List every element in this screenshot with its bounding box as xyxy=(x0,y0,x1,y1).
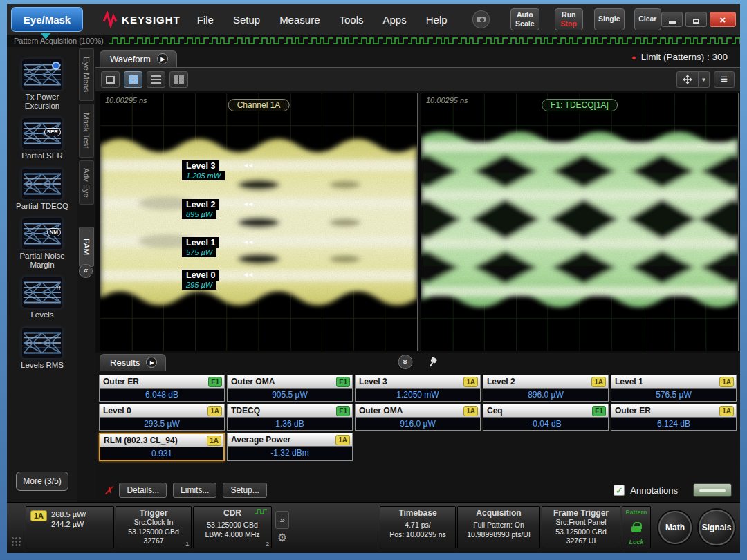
result-cell[interactable]: Outer OMA1A 916.0 µW xyxy=(355,404,481,431)
frame-trigger-status-panel[interactable]: Frame Trigger Src:Front Panel 53.125000 … xyxy=(542,506,620,548)
left-eye-panel[interactable]: 10.00295 ns Channel 1A xyxy=(100,93,418,351)
source-badge: 1A xyxy=(463,377,478,387)
pan-tool-button[interactable] xyxy=(676,71,699,88)
annotations-style-button[interactable] xyxy=(693,483,732,497)
camera-screenshot-icon[interactable] xyxy=(472,10,490,28)
annotations-checkbox[interactable]: ✓ xyxy=(614,485,625,496)
cdr-status-panel[interactable]: CDR 53.125000 GBd LBW: 4.000 MHz 2 xyxy=(193,506,272,548)
hamburger-menu-button[interactable]: ≡ xyxy=(714,71,735,88)
play-icon[interactable]: ▶ xyxy=(157,53,168,64)
channel-badge: 1A xyxy=(30,510,47,521)
auto-scale-button[interactable]: Auto Scale xyxy=(510,8,539,30)
sidebar-item-levels[interactable]: ↑↑ Levels xyxy=(10,277,74,319)
toolbar-right-group: ▼ ≡ xyxy=(676,71,735,88)
result-cell[interactable]: Level 11A 576.5 µW xyxy=(611,375,737,402)
sidebar-item-tx-power-excursion[interactable]: Tx Power Excursion xyxy=(10,59,74,111)
sidebar-item-label: Partial Noise Margin xyxy=(10,252,74,270)
layout-rows-button[interactable] xyxy=(147,71,165,88)
tab-mask-test[interactable]: Mask Test xyxy=(79,104,94,158)
result-cell[interactable]: CeqF1 -0.04 dB xyxy=(483,404,609,431)
pattern-lock-indicator[interactable]: Pattern Lock xyxy=(622,506,651,548)
tab-pam[interactable]: PAM xyxy=(79,227,94,267)
panel-index: 2 xyxy=(266,541,269,548)
more-measurements-button[interactable]: More (3/5) xyxy=(16,472,68,491)
results-tab[interactable]: Results ▶ xyxy=(100,354,166,371)
result-name: Outer OMA xyxy=(359,406,461,416)
trigger-title: Trigger xyxy=(119,508,188,518)
sidebar-item-partial-ser[interactable]: SER Partial SER xyxy=(10,118,74,160)
gear-icon[interactable]: ⚙ xyxy=(277,531,287,544)
timebase-status-panel[interactable]: Timebase 4.71 ps/ Pos: 10.00295 ns xyxy=(380,506,456,548)
result-value: 1.2050 mW xyxy=(356,388,480,401)
pattern-acquisition-strip: Pattern Acquisition (100%) xyxy=(7,35,740,47)
math-button[interactable]: Math xyxy=(658,511,692,544)
tab-eye-meas[interactable]: Eye Meas xyxy=(79,48,94,101)
minimize-icon xyxy=(669,21,676,24)
eye-mask-mode-button[interactable]: Eye/Mask xyxy=(11,7,83,32)
run-stop-button[interactable]: Run Stop xyxy=(555,8,583,30)
channel-title-pill[interactable]: Channel 1A xyxy=(228,99,290,111)
result-cell[interactable]: Level 31A 1.2050 mW xyxy=(355,375,481,402)
sidebar-item-partial-tdecq[interactable]: Partial TDECQ xyxy=(10,169,74,211)
menu-measure[interactable]: Measure xyxy=(279,14,320,26)
acquisition-status-panel[interactable]: Acquisition Full Pattern: On 10.98998993… xyxy=(457,506,540,548)
source-badge: 1A xyxy=(208,406,222,416)
close-button[interactable]: × xyxy=(710,12,736,27)
menu-file[interactable]: File xyxy=(197,14,214,26)
results-grid: Outer ERF1 6.048 dB Outer OMAF1 905.5 µW… xyxy=(99,375,737,461)
clear-button[interactable]: Clear xyxy=(634,8,661,30)
menu-apps[interactable]: Apps xyxy=(383,14,407,26)
channel-status-panel[interactable]: 1A 268.5 µW/ 244.2 µW xyxy=(26,506,114,548)
function-title-pill[interactable]: F1: TDECQ[1A] xyxy=(542,99,618,111)
frame-trigger-rate: 53.125000 GBd xyxy=(545,528,617,537)
maximize-button[interactable] xyxy=(685,12,707,27)
result-cell[interactable]: Outer ERF1 6.048 dB xyxy=(99,375,225,402)
pin-icon[interactable] xyxy=(425,355,439,369)
sidebar-item-levels-rms[interactable]: Levels RMS xyxy=(10,328,74,370)
result-cell-selected[interactable]: RLM (802.3 CL_94)1A 0.931 xyxy=(99,433,225,461)
result-cell[interactable]: Average Power1A -1.32 dBm xyxy=(227,433,353,461)
auto-scale-label-2: Scale xyxy=(515,19,535,28)
sidebar-item-label: Levels RMS xyxy=(10,361,74,370)
waveform-tab[interactable]: Waveform ▶ xyxy=(100,50,177,67)
status-mid-controls: » ⚙ xyxy=(273,505,292,549)
result-value: -0.04 dB xyxy=(483,417,608,430)
result-cell[interactable]: Outer OMAF1 905.5 µW xyxy=(227,375,353,402)
eye-diagram-area: 10.00295 ns Channel 1A xyxy=(95,91,740,353)
collapse-results-button[interactable]: » xyxy=(398,355,413,369)
play-icon[interactable]: ▶ xyxy=(146,357,157,368)
details-button[interactable]: Details... xyxy=(119,483,167,498)
expand-panels-button[interactable]: » xyxy=(275,511,289,529)
layout-grid-small-button[interactable] xyxy=(169,71,188,88)
keysight-spark-icon xyxy=(102,11,118,28)
result-cell[interactable]: Level 01A 293.5 µW xyxy=(99,404,225,431)
menu-tools[interactable]: Tools xyxy=(339,14,363,26)
result-name: Outer ER xyxy=(615,406,717,416)
acquisition-title: Acquisition xyxy=(461,508,537,518)
main-panel: Waveform ▶ ● Limit (Patterns) : 300 xyxy=(95,47,740,502)
pam4-eye-green xyxy=(421,93,738,351)
setup-button[interactable]: Setup... xyxy=(223,483,266,498)
layout-quad-button[interactable] xyxy=(124,71,142,88)
cdr-rate: 53.125000 GBd xyxy=(196,521,268,530)
single-button[interactable]: Single xyxy=(594,8,625,30)
pattern-bits-waveform xyxy=(109,36,740,46)
tab-adv-eye[interactable]: Adv Eye xyxy=(79,160,94,205)
pan-tool-dropdown[interactable]: ▼ xyxy=(699,71,710,88)
limits-button[interactable]: Limits... xyxy=(173,483,216,498)
menu-help[interactable]: Help xyxy=(426,14,448,26)
menu-setup[interactable]: Setup xyxy=(233,14,260,26)
minimize-button[interactable] xyxy=(661,12,683,27)
signals-button[interactable]: Signals xyxy=(699,510,735,545)
result-cell[interactable]: TDECQF1 1.36 dB xyxy=(227,404,353,431)
right-eye-panel[interactable]: 10.00295 ns F1: TDECQ[1A] xyxy=(421,93,739,351)
result-value: 6.048 dB xyxy=(100,388,224,401)
level-marker-icon: ◄◄ xyxy=(243,239,252,245)
sidebar-item-partial-noise-margin[interactable]: NM Partial Noise Margin xyxy=(10,218,74,270)
trigger-status-panel[interactable]: Trigger Src:Clock In 53.125000 GBd 32767… xyxy=(116,506,192,548)
result-cell[interactable]: Outer ER1A 6.124 dB xyxy=(611,404,737,431)
layout-single-button[interactable] xyxy=(101,71,120,88)
collapse-sidebar-button[interactable]: « xyxy=(79,264,93,278)
result-cell[interactable]: Level 21A 896.0 µW xyxy=(483,375,609,402)
cdr-loop-bandwidth: LBW: 4.000 MHz xyxy=(196,530,268,540)
